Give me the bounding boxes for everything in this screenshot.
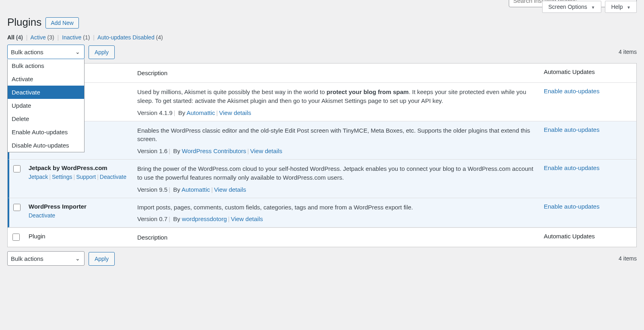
filter-links: All (4) | Active (3) | Inactive (1) | Au… [7,34,637,41]
filter-auto-disabled-label: Auto-updates Disabled [97,34,155,41]
plugin-name: Jetpack by WordPress.com [29,164,129,171]
filter-all-count: (4) [16,34,23,41]
plugin-author-link[interactable]: Automattic [182,186,210,193]
plugin-description: Import posts, pages, comments, custom fi… [137,203,536,212]
screen-options-button[interactable]: Screen Options ▼ [542,1,601,13]
bulk-actions-select-bottom[interactable]: Bulk actions ⌄ [7,251,85,266]
filter-active-label: Active [31,34,46,41]
view-details-link[interactable]: View details [231,215,263,222]
bulk-option[interactable]: Enable Auto-updates [8,125,84,139]
row-action-link[interactable]: Support [76,174,96,180]
plugin-author-link[interactable]: Automattic [186,109,215,116]
filter-inactive-count: (1) [83,34,90,41]
bulk-actions-label-bottom: Bulk actions [11,255,43,262]
page-title: Plugins [7,16,41,29]
bulk-actions-select[interactable]: Bulk actions ⌄ [7,45,85,59]
plugin-author-link[interactable]: wordpressdotorg [182,215,227,222]
bulk-actions-label: Bulk actions [11,49,43,55]
bulk-option[interactable]: Deactivate [8,86,84,99]
plugin-version: Version 9.5 [137,186,167,193]
col-description: Description [133,64,540,83]
row-checkbox[interactable] [13,165,21,172]
bulk-actions-dropdown: Bulk actionsActivateDeactivateUpdateDele… [7,59,85,152]
plugin-meta: Version 1.6| By WordPress Contributors|V… [137,148,536,154]
col-plugin-footer: Plugin [25,228,133,247]
plugin-name: WordPress Importer [29,203,129,210]
row-action-link[interactable]: Deactivate [29,212,55,219]
filter-active[interactable]: Active (3) [31,34,56,41]
view-details-link[interactable]: View details [214,186,246,193]
view-details-link[interactable]: View details [250,148,283,154]
bulk-option[interactable]: Delete [8,112,84,125]
filter-all-label: All [7,34,14,41]
col-description-footer: Description [133,228,540,247]
plugin-description: Enables the WordPress classic editor and… [137,126,536,144]
plugins-table: Plugin Description Automatic Updates Use… [7,63,637,247]
chevron-down-icon: ⌄ [75,255,80,262]
plugin-meta: Version 0.7| By wordpressdotorg|View det… [137,215,536,222]
row-actions: Jetpack|Settings|Support|Deactivate [29,174,129,180]
help-button[interactable]: Help ▼ [605,1,637,13]
items-count-bottom: 4 items [619,255,637,262]
plugin-meta: Version 9.5| By Automattic|View details [137,186,536,193]
plugin-row: Used by millions, Akismet is quite possi… [8,83,636,121]
enable-auto-updates-link[interactable]: Enable auto-updates [544,164,599,171]
plugin-author-link[interactable]: WordPress Contributors [182,148,246,154]
row-action-link[interactable]: Jetpack [29,174,48,180]
plugin-row: Enables the WordPress classic editor and… [8,121,636,160]
bulk-option[interactable]: Update [8,99,84,112]
plugin-description: Used by millions, Akismet is quite possi… [137,88,536,105]
view-details-link[interactable]: View details [219,109,251,116]
plugin-description: Bring the power of the WordPress.com clo… [137,164,536,182]
col-auto-updates: Automatic Updates [540,64,636,83]
enable-auto-updates-link[interactable]: Enable auto-updates [544,88,599,94]
filter-inactive-label: Inactive [62,34,81,41]
row-action-link[interactable]: Deactivate [100,174,126,180]
filter-auto-disabled-count: (4) [156,34,163,41]
plugin-version: Version 1.6 [137,148,167,154]
screen-options-label: Screen Options [548,4,587,10]
plugin-version: Version 4.1.9 [137,109,173,116]
select-all-checkbox-footer[interactable] [12,234,20,241]
plugin-version: Version 0.7 [137,215,167,222]
col-auto-updates-footer: Automatic Updates [540,228,636,247]
help-label: Help [611,4,623,10]
plugin-meta: Version 4.1.9| By Automattic|View detail… [137,109,536,116]
filter-active-count: (3) [47,34,54,41]
items-count: 4 items [619,49,637,55]
add-new-button[interactable]: Add New [45,17,79,29]
row-action-link[interactable]: Settings [52,174,72,180]
filter-auto-disabled[interactable]: Auto-updates Disabled (4) [97,34,163,41]
bulk-option[interactable]: Activate [8,72,84,86]
apply-button-bottom[interactable]: Apply [89,252,115,266]
filter-all[interactable]: All (4) [7,34,25,41]
bulk-option[interactable]: Bulk actions [8,59,84,72]
chevron-down-icon: ▼ [627,5,631,10]
bulk-option[interactable]: Disable Auto-updates [8,139,84,152]
row-actions: Deactivate [29,212,129,219]
plugin-row: Jetpack by WordPress.comJetpack|Settings… [8,160,636,198]
chevron-down-icon: ⌄ [75,49,80,55]
plugin-row: WordPress ImporterDeactivateImport posts… [8,198,636,228]
row-checkbox[interactable] [13,204,21,211]
apply-button[interactable]: Apply [89,45,115,59]
enable-auto-updates-link[interactable]: Enable auto-updates [544,126,599,133]
enable-auto-updates-link[interactable]: Enable auto-updates [544,203,599,210]
chevron-down-icon: ▼ [591,5,595,10]
filter-inactive[interactable]: Inactive (1) [62,34,91,41]
